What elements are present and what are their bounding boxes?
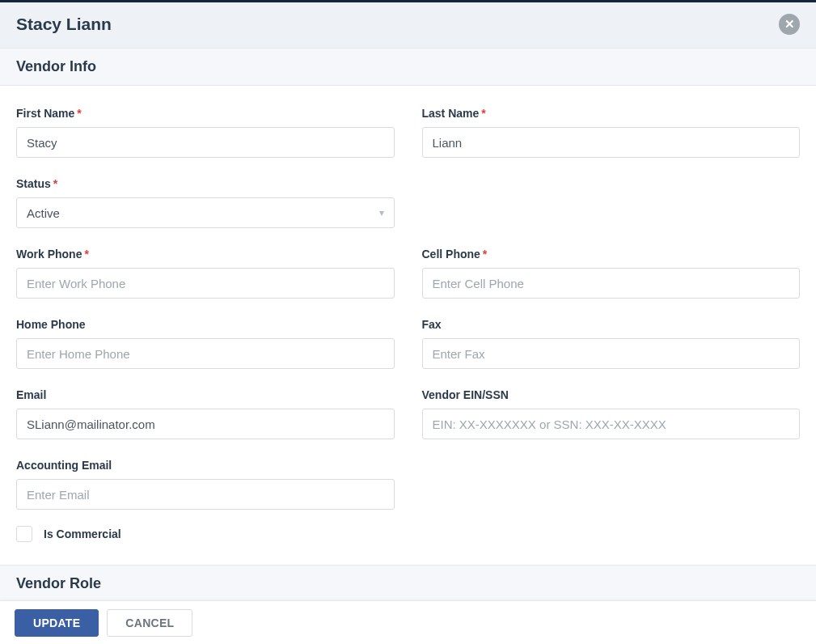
field-home-phone: Home Phone — [16, 318, 395, 369]
label-accounting-email: Accounting Email — [16, 459, 395, 472]
label-cell-phone: Cell Phone* — [422, 248, 801, 261]
field-status: Status* Active ▾ — [16, 177, 395, 228]
label-last-name: Last Name* — [422, 107, 801, 120]
required-marker: * — [77, 107, 81, 120]
select-status[interactable]: Active ▾ — [16, 197, 395, 228]
input-cell-phone[interactable] — [422, 268, 801, 299]
close-button[interactable]: ✕ — [779, 14, 800, 35]
modal-title: Stacy Liann — [16, 15, 112, 34]
input-last-name[interactable] — [422, 127, 801, 158]
label-email: Email — [16, 388, 395, 401]
required-marker: * — [481, 107, 485, 120]
chevron-down-icon: ▾ — [379, 207, 384, 218]
input-accounting-email[interactable] — [16, 479, 395, 510]
modal-header: Stacy Liann ✕ — [0, 2, 816, 48]
is-commercial-row: Is Commercial — [16, 526, 395, 542]
input-ein[interactable] — [422, 409, 801, 439]
label-fax: Fax — [422, 318, 801, 331]
checkbox-is-commercial[interactable] — [16, 526, 32, 542]
required-marker: * — [483, 248, 487, 261]
input-first-name[interactable] — [16, 127, 395, 158]
section-header-vendor-info: Vendor Info — [0, 48, 816, 86]
field-fax: Fax — [422, 318, 801, 369]
input-email[interactable] — [16, 409, 395, 439]
required-marker: * — [53, 177, 57, 190]
modal-footer: UPDATE CANCEL — [0, 600, 816, 644]
field-email: Email — [16, 388, 395, 439]
field-first-name: First Name* — [16, 107, 395, 158]
input-fax[interactable] — [422, 338, 801, 369]
cancel-button[interactable]: CANCEL — [107, 609, 192, 637]
label-is-commercial: Is Commercial — [44, 527, 121, 540]
label-work-phone: Work Phone* — [16, 248, 395, 261]
label-home-phone: Home Phone — [16, 318, 395, 331]
label-ein: Vendor EIN/SSN — [422, 388, 801, 401]
field-ein: Vendor EIN/SSN — [422, 388, 801, 439]
vendor-info-form: First Name* Last Name* Status* Active ▾ — [0, 86, 816, 565]
field-work-phone: Work Phone* — [16, 248, 395, 299]
field-accounting-email: Accounting Email — [16, 459, 395, 510]
input-home-phone[interactable] — [16, 338, 395, 369]
input-work-phone[interactable] — [16, 268, 395, 299]
field-last-name: Last Name* — [422, 107, 801, 158]
required-marker: * — [84, 248, 88, 261]
update-button[interactable]: UPDATE — [15, 609, 99, 637]
label-first-name: First Name* — [16, 107, 395, 120]
section-header-vendor-role: Vendor Role — [0, 565, 816, 600]
field-cell-phone: Cell Phone* — [422, 248, 801, 299]
select-status-value: Active — [27, 206, 60, 220]
modal-body-scroll[interactable]: Vendor Info First Name* Last Name* Statu… — [0, 48, 816, 600]
close-icon: ✕ — [784, 17, 795, 32]
label-status: Status* — [16, 177, 395, 190]
